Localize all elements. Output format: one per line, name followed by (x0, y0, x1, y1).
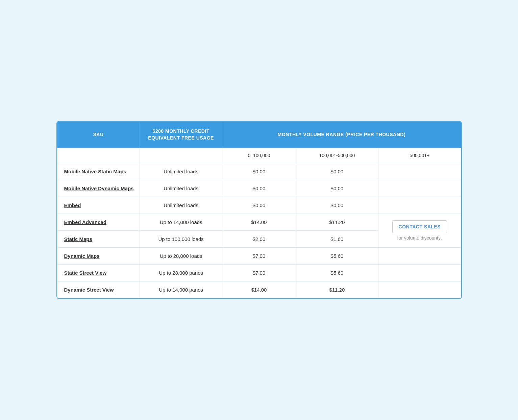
sku-cell: Dynamic Maps (57, 247, 140, 264)
subheader-sku-empty (57, 148, 140, 163)
credit-cell: Up to 100,000 loads (140, 230, 222, 247)
table-row: Dynamic Street ViewUp to 14,000 panos$14… (57, 281, 461, 298)
range3-cell (378, 264, 461, 281)
sku-cell: Static Street View (57, 264, 140, 281)
range1-cell: $14.00 (222, 214, 296, 230)
range2-cell: $1.60 (296, 230, 378, 247)
header-credit: $200 Monthly Credit Equivalent Free Usag… (140, 122, 222, 148)
sku-cell: Embed (57, 197, 140, 214)
sku-link[interactable]: Embed (64, 202, 81, 208)
table-subheader-row: 0–100,000 100,001-500,000 500,001+ (57, 148, 461, 163)
subheader-range2: 100,001-500,000 (296, 148, 378, 163)
range1-cell: $7.00 (222, 264, 296, 281)
credit-cell: Unlimited loads (140, 163, 222, 180)
range3-cell: CONTACT SALESfor volume discounts. (378, 214, 461, 247)
table-body: Mobile Native Static MapsUnlimited loads… (57, 163, 461, 298)
range1-cell: $0.00 (222, 197, 296, 214)
credit-cell: Up to 14,000 loads (140, 214, 222, 230)
sku-link[interactable]: Dynamic Maps (64, 253, 100, 259)
subheader-range1: 0–100,000 (222, 148, 296, 163)
header-monthly-range: Monthly Volume Range (Price Per Thousand… (222, 122, 461, 148)
sku-link[interactable]: Embed Advanced (64, 219, 106, 225)
table-row: EmbedUnlimited loads$0.00$0.00 (57, 197, 461, 214)
range1-cell: $0.00 (222, 180, 296, 197)
credit-cell: Up to 14,000 panos (140, 281, 222, 298)
contact-sales-note: for volume discounts. (381, 235, 458, 241)
table-row: Dynamic MapsUp to 28,000 loads$7.00$5.60 (57, 247, 461, 264)
sku-link[interactable]: Mobile Native Static Maps (64, 169, 126, 174)
table-row: Embed AdvancedUp to 14,000 loads$14.00$1… (57, 214, 461, 230)
range3-cell (378, 180, 461, 197)
range2-cell: $5.60 (296, 247, 378, 264)
sku-cell: Mobile Native Dynamic Maps (57, 180, 140, 197)
range2-cell: $11.20 (296, 281, 378, 298)
range1-cell: $2.00 (222, 230, 296, 247)
sku-cell: Mobile Native Static Maps (57, 163, 140, 180)
sku-link[interactable]: Dynamic Street View (64, 287, 114, 293)
header-sku: SKU (57, 122, 140, 148)
contact-sales-button[interactable]: CONTACT SALES (392, 220, 447, 233)
credit-cell: Unlimited loads (140, 197, 222, 214)
credit-cell: Up to 28,000 panos (140, 264, 222, 281)
range3-cell (378, 197, 461, 214)
sku-cell: Dynamic Street View (57, 281, 140, 298)
pricing-table: SKU $200 Monthly Credit Equivalent Free … (57, 122, 461, 298)
range1-cell: $0.00 (222, 163, 296, 180)
range3-cell (378, 281, 461, 298)
range3-cell (378, 163, 461, 180)
pricing-table-container: SKU $200 Monthly Credit Equivalent Free … (56, 121, 462, 299)
table-row: Mobile Native Static MapsUnlimited loads… (57, 163, 461, 180)
range2-cell: $5.60 (296, 264, 378, 281)
range3-cell (378, 247, 461, 264)
sku-link[interactable]: Static Maps (64, 236, 92, 242)
credit-cell: Unlimited loads (140, 180, 222, 197)
subheader-range3: 500,001+ (378, 148, 461, 163)
range1-cell: $7.00 (222, 247, 296, 264)
sku-cell: Static Maps (57, 230, 140, 247)
sku-link[interactable]: Mobile Native Dynamic Maps (64, 186, 134, 191)
range1-cell: $14.00 (222, 281, 296, 298)
range2-cell: $0.00 (296, 163, 378, 180)
credit-cell: Up to 28,000 loads (140, 247, 222, 264)
range2-cell: $0.00 (296, 180, 378, 197)
sku-link[interactable]: Static Street View (64, 270, 107, 276)
sku-cell: Embed Advanced (57, 214, 140, 230)
table-row: Static Street ViewUp to 28,000 panos$7.0… (57, 264, 461, 281)
range2-cell: $11.20 (296, 214, 378, 230)
table-header-row: SKU $200 Monthly Credit Equivalent Free … (57, 122, 461, 148)
subheader-credit-empty (140, 148, 222, 163)
table-row: Mobile Native Dynamic MapsUnlimited load… (57, 180, 461, 197)
range2-cell: $0.00 (296, 197, 378, 214)
